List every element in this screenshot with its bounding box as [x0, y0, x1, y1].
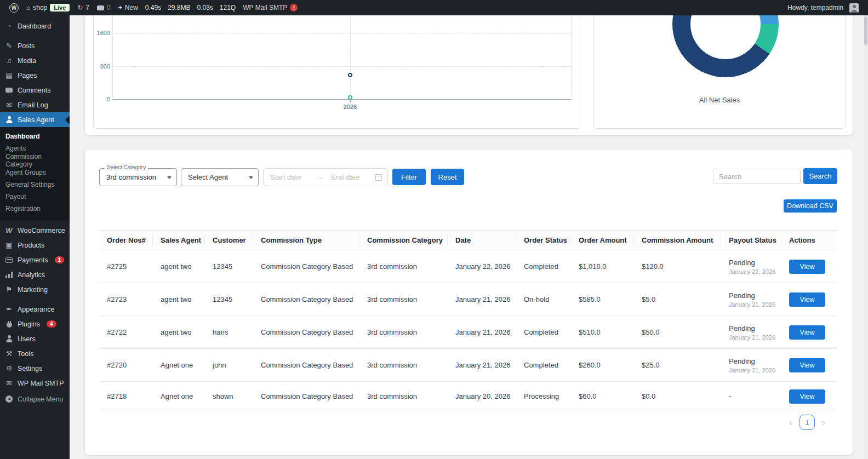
submenu-item-general-settings[interactable]: General Settings	[0, 179, 70, 191]
table-row: #2722 agent two haris Commission Categor…	[99, 316, 837, 349]
cell-type: Commission Category Based	[253, 392, 359, 400]
cell-customer: haris	[205, 328, 253, 336]
cell-date: January 22, 2026	[448, 262, 516, 271]
comments-icon	[5, 88, 13, 93]
data-point-series-2	[348, 95, 352, 100]
cell-amount: $260.0	[571, 361, 634, 369]
sidebar-item-settings[interactable]: ⚙Settings	[0, 361, 70, 376]
view-button[interactable]: View	[789, 358, 825, 372]
cell-commission: $0.0	[634, 392, 721, 400]
payout-status: Pending	[729, 324, 781, 332]
payout-date: January 21, 2026	[729, 334, 781, 341]
cell-customer: 12345	[205, 295, 253, 303]
search-button[interactable]: Search	[803, 168, 837, 184]
end-date-placeholder: End date	[331, 173, 359, 181]
sidebar-separator	[0, 297, 70, 302]
cell-customer: shown	[205, 392, 253, 400]
sidebar-item-pages[interactable]: ▤Pages	[0, 68, 70, 83]
col-order-status: Order Status	[516, 234, 571, 246]
search-input[interactable]	[713, 169, 801, 184]
submenu-item-agent-groups[interactable]: Agent Groups	[0, 167, 70, 179]
home-icon: ⌂	[26, 4, 30, 12]
submenu-item-registration[interactable]: Registration	[0, 203, 70, 215]
category-select[interactable]: 3rd commission	[99, 168, 177, 186]
cell-agent: agent two	[153, 295, 205, 303]
smtp-label: WP Mail SMTP	[243, 4, 287, 12]
new-content-link[interactable]: + New	[115, 0, 142, 15]
sidebar-item-payments[interactable]: Payments1	[0, 253, 70, 267]
cell-status: On-hold	[516, 295, 571, 303]
wp-mail-smtp-link[interactable]: WP Mail SMTP !	[239, 0, 301, 15]
cell-payout: PendingJanuary 21, 2026	[721, 291, 781, 308]
wordpress-admin-screen: W ⌂ shop Live ↻ 7 0 + New 0.49s 29.8MB 0…	[0, 0, 868, 459]
megaphone-icon: ⚑	[5, 286, 13, 293]
sidebar-item-tools[interactable]: ⚒Tools	[0, 346, 70, 361]
cell-actions: View	[781, 292, 837, 307]
wordpress-menu[interactable]: W	[5, 0, 22, 15]
smtp-warning-badge: !	[290, 4, 298, 12]
plus-icon: +	[118, 4, 122, 12]
sidebar-item-sales-agent[interactable]: Sales Agent	[0, 112, 70, 127]
sidebar-item-users[interactable]: Users	[0, 331, 70, 346]
agent-select-value: Select Agent	[188, 173, 228, 181]
payout-status: Pending	[729, 259, 781, 267]
cell-payout: PendingJanuary 22, 2026	[721, 259, 781, 275]
sidebar-item-woocommerce[interactable]: WWooCommerce	[0, 223, 70, 238]
cell-agent: Agnet one	[153, 361, 205, 369]
cell-status: Completed	[516, 328, 571, 336]
col-order-amount: Order Amount	[571, 234, 634, 246]
cell-order: #2720	[99, 361, 153, 369]
scrollbar-thumb[interactable]	[864, 16, 867, 45]
view-button[interactable]: View	[789, 389, 825, 404]
download-csv-button[interactable]: Download CSV	[784, 199, 837, 213]
sidebar-item-wp-mail-smtp[interactable]: ✉WP Mail SMTP	[0, 376, 70, 391]
submenu-item-dashboard[interactable]: Dashboard	[0, 130, 70, 142]
y-axis-line	[112, 14, 113, 99]
view-button[interactable]: View	[789, 292, 825, 307]
reset-button[interactable]: Reset	[431, 169, 464, 185]
col-actions: Actions	[781, 234, 837, 246]
cell-commission: $50.0	[634, 328, 721, 336]
cell-type: Commission Category Based	[253, 262, 359, 271]
my-account-link[interactable]: Howdy, tempadmin	[784, 0, 863, 15]
collapse-icon: ◂	[5, 395, 13, 403]
sidebar-item-posts[interactable]: ✎Posts	[0, 38, 70, 53]
view-button[interactable]: View	[789, 260, 825, 274]
cell-date: January 21, 2026	[448, 361, 516, 369]
chevron-left-icon[interactable]: ‹	[789, 417, 792, 427]
updates-link[interactable]: ↻ 7	[73, 0, 93, 15]
scrollbar[interactable]	[864, 15, 868, 459]
cell-payout: -	[721, 392, 781, 401]
sidebar-item-marketing[interactable]: ⚑Marketing	[0, 282, 70, 297]
cell-category: 3rd commission	[359, 392, 448, 400]
submenu-item-commission-category[interactable]: Commission Category	[0, 154, 70, 167]
date-range-input[interactable]: Start date → End date	[263, 168, 388, 186]
comments-link[interactable]: 0	[93, 0, 115, 15]
sidebar-item-products[interactable]: ▣Products	[0, 238, 70, 253]
sidebar-item-comments[interactable]: Comments	[0, 83, 70, 97]
line-chart-card: 1600 800 0 2026	[93, 0, 580, 129]
sidebar-item-analytics[interactable]: Analytics	[0, 267, 70, 282]
pagination: ‹ 1 ›	[789, 415, 825, 430]
y-tick-1600: 1600	[94, 30, 110, 36]
sidebar-item-plugins[interactable]: Plugins4	[0, 317, 70, 331]
sidebar-item-email-log[interactable]: ✉Email Log	[0, 97, 70, 112]
payout-date: January 22, 2026	[729, 268, 781, 275]
sidebar-item-dashboard[interactable]: ◔Dashboard	[0, 19, 70, 33]
filter-button[interactable]: Filter	[392, 169, 426, 185]
sidebar-separator	[0, 33, 70, 38]
page-1-button[interactable]: 1	[800, 415, 815, 430]
y-tick-0: 0	[94, 96, 110, 102]
site-link[interactable]: ⌂ shop Live	[22, 0, 73, 15]
sidebar-item-appearance[interactable]: ✒Appearance	[0, 302, 70, 317]
perf-time: 0.49s	[142, 4, 164, 12]
agent-select[interactable]: Select Agent	[181, 168, 259, 186]
updates-count: 7	[85, 4, 89, 12]
chevron-down-icon	[249, 176, 253, 181]
submenu-item-payout[interactable]: Payout	[0, 191, 70, 203]
sidebar-item-collapse-menu[interactable]: ◂Collapse Menu	[0, 392, 70, 406]
sidebar-item-media[interactable]: ♫Media	[0, 53, 70, 68]
table-row: #2720 Agnet one john Commission Category…	[99, 349, 837, 382]
chevron-right-icon[interactable]: ›	[822, 417, 825, 427]
view-button[interactable]: View	[789, 325, 825, 340]
